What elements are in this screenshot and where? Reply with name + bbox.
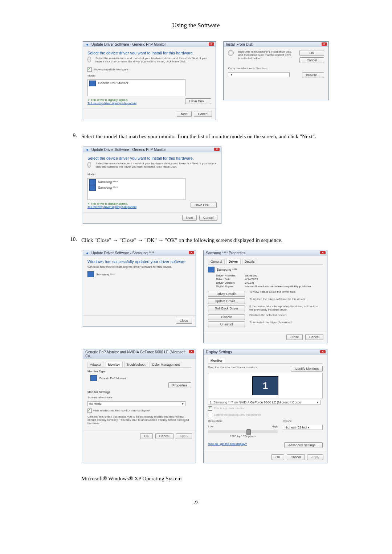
dialog-title: ◄ Update Driver Software - Generic PnP M… xyxy=(83,147,221,152)
extend-checkbox[interactable] xyxy=(208,413,212,417)
signing-link[interactable]: Tell me why driver signing is important xyxy=(87,102,136,105)
resolution-value: 1280 by 1024 pixels xyxy=(208,435,278,438)
close-icon[interactable]: ✕ xyxy=(189,251,194,254)
success-heading: Windows has successfully updated your dr… xyxy=(87,259,191,264)
colors-select[interactable]: Highest (32 bit) ▾ xyxy=(283,425,323,430)
have-disk-button[interactable]: Have Disk… xyxy=(191,202,217,208)
tab-troubleshoot[interactable]: Troubleshoot xyxy=(124,362,148,367)
ok-button[interactable]: OK xyxy=(271,454,284,460)
checkbox-label: Show compatible hardware xyxy=(93,68,128,71)
btn-desc: To view details about the driver files. xyxy=(249,290,323,294)
ok-button[interactable]: OK xyxy=(140,433,153,439)
close-icon[interactable]: ✕ xyxy=(189,350,194,353)
path-field[interactable]: ▾ xyxy=(228,72,290,77)
cancel-button[interactable]: Cancel xyxy=(305,334,323,340)
best-display-link[interactable]: How do I get the best display? xyxy=(208,442,247,446)
monitor-icon xyxy=(87,271,94,277)
list-item[interactable]: Samsung **** xyxy=(98,180,118,184)
cancel-button[interactable]: Cancel xyxy=(199,215,217,221)
title-text: Samsung **** Properties xyxy=(206,251,245,255)
properties-button[interactable]: Properties xyxy=(168,382,191,388)
back-icon[interactable]: ◄ xyxy=(85,148,89,152)
model-list[interactable]: Samsung **** Samsung **** xyxy=(87,178,185,200)
next-button[interactable]: Next xyxy=(182,215,197,221)
dialog-title: ◄ Update Driver Software - Samsung **** … xyxy=(83,250,196,256)
tab-general[interactable]: General xyxy=(208,259,225,264)
uninstall-button[interactable]: Uninstall xyxy=(208,321,245,327)
kv-val: 4/14/2005 xyxy=(245,278,258,281)
slider-high: High xyxy=(272,425,278,428)
ok-button[interactable]: OK xyxy=(299,50,324,56)
browse-button[interactable]: Browse… xyxy=(302,72,324,78)
monitor-select[interactable]: 1. Samsung **** on NVIDIA GeForce 6600 L… xyxy=(208,400,320,405)
kv-val: 2.0.0.0 xyxy=(245,281,254,284)
close-button[interactable]: Close xyxy=(286,334,303,340)
driver-details-button[interactable]: Driver Details xyxy=(208,291,245,297)
apply-button[interactable]: Apply xyxy=(176,433,192,439)
device-name: Samsung **** xyxy=(96,273,115,276)
dialog-monitor-properties: Generic PnP Monitor and NVIDIA GeForce 6… xyxy=(83,349,196,463)
slider-low: Low xyxy=(208,425,213,428)
tab-color[interactable]: Color Management xyxy=(150,362,183,367)
list-item[interactable]: Samsung **** xyxy=(98,186,118,189)
dialog-heading: Select the device driver you want to ins… xyxy=(87,156,217,160)
cancel-button[interactable]: Cancel xyxy=(194,111,212,117)
main-monitor-checkbox[interactable] xyxy=(208,406,212,411)
btn-desc: To update the driver software for this d… xyxy=(249,297,323,301)
back-icon[interactable]: ◄ xyxy=(85,251,89,255)
rollback-driver-button[interactable]: Roll Back Driver xyxy=(208,305,245,311)
close-icon[interactable]: ✕ xyxy=(209,42,214,46)
list-item[interactable]: Generic PnP Monitor xyxy=(98,81,128,85)
tab-monitor[interactable]: Monitor xyxy=(208,358,225,363)
tab-adapter[interactable]: Adapter xyxy=(87,362,104,367)
monitor-icon xyxy=(89,179,96,185)
model-list[interactable]: Generic PnP Monitor xyxy=(87,79,185,96)
device-name: Samsung **** xyxy=(217,268,237,271)
close-icon[interactable]: ✕ xyxy=(214,148,220,151)
update-driver-button[interactable]: Update Driver… xyxy=(208,298,245,304)
btn-desc: If the device fails after updating the d… xyxy=(249,305,323,311)
close-icon[interactable]: ✕ xyxy=(320,251,326,254)
tab-details[interactable]: Details xyxy=(242,259,257,264)
success-subtext: Windows has finished installing the driv… xyxy=(87,265,191,268)
dialog-heading: Select the device driver you want to ins… xyxy=(87,51,211,55)
install-text: Insert the manufacturer's installation d… xyxy=(238,50,293,60)
tab-monitor[interactable]: Monitor xyxy=(106,362,123,367)
checkbox-label: Hide modes that this monitor cannot disp… xyxy=(93,409,150,412)
next-button[interactable]: Next xyxy=(177,111,192,117)
disable-button[interactable]: Disable xyxy=(208,314,245,320)
resolution-slider[interactable] xyxy=(208,430,278,433)
tab-driver[interactable]: Driver xyxy=(226,259,241,264)
disc-icon xyxy=(87,162,91,168)
kv-key: Driver Provider: xyxy=(216,274,245,277)
signed-text: ✔ This driver is digitally signed. xyxy=(87,202,136,205)
cancel-button[interactable]: Cancel xyxy=(155,433,173,439)
title-text: Update Driver Software - Generic PnP Mon… xyxy=(91,148,166,152)
show-compat-checkbox[interactable] xyxy=(87,67,92,72)
advanced-button[interactable]: Advanced Settings… xyxy=(284,442,323,448)
kv-key: Driver Version: xyxy=(216,281,245,284)
step-number: 9. xyxy=(62,132,81,139)
kv-val: microsoft windows hardware compatibility… xyxy=(245,285,311,288)
title-text: Update Driver Software - Samsung **** xyxy=(91,251,154,255)
identify-button[interactable]: Identify Monitors xyxy=(291,366,323,372)
refresh-select[interactable]: 60 Hertz ▾ xyxy=(87,401,185,406)
close-icon[interactable]: ✕ xyxy=(322,42,327,46)
cancel-button[interactable]: Cancel xyxy=(299,57,324,63)
cancel-button[interactable]: Cancel xyxy=(287,454,305,460)
dialog-subtext: Select the manufacturer and model of you… xyxy=(95,57,211,63)
monitor-preview[interactable]: 1 xyxy=(252,376,278,395)
monitor-icon xyxy=(89,81,96,86)
apply-button[interactable]: Apply xyxy=(307,454,323,460)
have-disk-button[interactable]: Have Disk… xyxy=(185,98,211,104)
dialog-display-settings: Display Settings ✕ Monitor Drag the icon… xyxy=(203,349,327,463)
close-icon[interactable]: ✕ xyxy=(320,350,326,353)
title-text: Display Settings xyxy=(206,350,232,354)
disc-icon xyxy=(87,57,91,62)
signing-link[interactable]: Tell me why driver signing is important xyxy=(87,205,136,209)
close-button[interactable]: Close xyxy=(176,318,192,324)
title-text: Install From Disk xyxy=(226,42,253,46)
hide-modes-checkbox[interactable] xyxy=(87,409,92,413)
back-icon[interactable]: ◄ xyxy=(85,42,89,46)
section-title: Using the Software xyxy=(62,22,330,29)
